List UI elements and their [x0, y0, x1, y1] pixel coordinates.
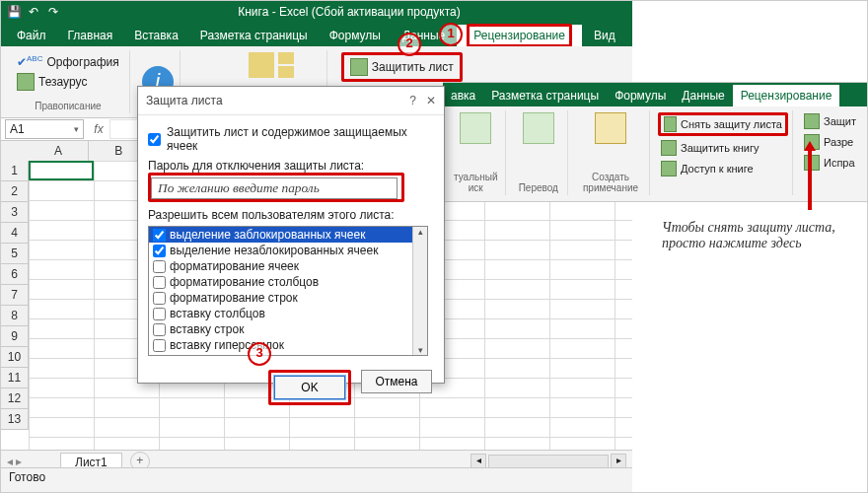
translate-icon[interactable]: [219, 52, 245, 78]
share-workbook-button[interactable]: Доступ к книге: [658, 160, 788, 177]
undo-icon[interactable]: ↶: [27, 5, 40, 19]
tab-главная[interactable]: Главная: [58, 25, 123, 46]
close-icon[interactable]: ✕: [426, 94, 436, 107]
perm-checkbox[interactable]: [153, 355, 166, 356]
active-cell[interactable]: [29, 161, 94, 180]
tab-вид[interactable]: Вид: [584, 25, 625, 46]
permissions-label: Разрешить всем пользователям этого листа…: [148, 208, 434, 222]
row-6[interactable]: 6: [1, 264, 29, 285]
group-label: Правописание: [35, 101, 101, 111]
tab2-1[interactable]: Разметка страницы: [483, 85, 607, 106]
perm-label: вставку строк: [170, 322, 244, 336]
perm-item[interactable]: вставку столбцов: [149, 306, 413, 321]
fx-icon[interactable]: fx: [88, 122, 109, 136]
perm-checkbox[interactable]: [153, 292, 166, 305]
row-8[interactable]: 8: [1, 306, 29, 326]
prev-comment-icon[interactable]: [278, 52, 294, 64]
callout-3: 3: [248, 342, 271, 366]
perm-item[interactable]: форматирование строк: [149, 290, 413, 306]
perm-item[interactable]: выделение заблокированных ячеек: [149, 227, 413, 243]
tab2-2[interactable]: Формулы: [607, 85, 674, 106]
status-bar: Готово: [1, 467, 632, 492]
cancel-button[interactable]: Отмена: [361, 370, 432, 393]
ok-button[interactable]: OK: [274, 376, 345, 399]
row-headers[interactable]: 12345678910111213: [1, 161, 29, 430]
sheet-nav[interactable]: ◂ ▸: [7, 455, 22, 468]
perm-checkbox[interactable]: [153, 260, 166, 273]
protect-workbook-button-2[interactable]: Защитить книгу: [658, 139, 788, 157]
perm-checkbox[interactable]: [153, 245, 166, 257]
tab2-0[interactable]: авка: [443, 85, 483, 106]
perm-checkbox[interactable]: [153, 229, 166, 242]
password-input[interactable]: [151, 177, 398, 199]
new-comment-icon[interactable]: [595, 112, 626, 144]
row-13[interactable]: 13: [1, 409, 29, 430]
perm-checkbox[interactable]: [153, 308, 166, 320]
chevron-down-icon[interactable]: ▾: [74, 124, 79, 134]
perm-checkbox[interactable]: [153, 339, 166, 352]
perm-label: форматирование столбцов: [170, 275, 319, 289]
row-3[interactable]: 3: [1, 202, 29, 223]
row-4[interactable]: 4: [1, 223, 29, 244]
perm-item[interactable]: вставку строк: [149, 321, 413, 337]
row-5[interactable]: 5: [1, 244, 29, 264]
row-2[interactable]: 2: [1, 181, 29, 202]
tab-формулы[interactable]: Формулы: [320, 25, 391, 46]
tab-вставка[interactable]: Вставка: [124, 25, 188, 46]
perm-label: форматирование строк: [170, 291, 298, 305]
tab2-3[interactable]: Данные: [674, 85, 732, 106]
select-all-corner[interactable]: [1, 141, 30, 162]
perm-item[interactable]: удаление столбцов: [149, 353, 413, 355]
next-comment-icon[interactable]: [278, 66, 294, 78]
dialog-title: Защита листа: [146, 94, 223, 107]
row-12[interactable]: 12: [1, 388, 29, 409]
protect-sheet-button[interactable]: Защитить лист: [341, 52, 463, 82]
protect-share-button[interactable]: Защит: [801, 112, 859, 130]
smart-lookup-icon[interactable]: [460, 112, 491, 144]
row-11[interactable]: 11: [1, 368, 29, 388]
unprotect-sheet-icon: [664, 116, 677, 132]
list-scrollbar[interactable]: [412, 227, 427, 355]
perm-item[interactable]: форматирование столбцов: [149, 274, 413, 290]
translate-icon[interactable]: [523, 112, 554, 144]
annotation-arrow: [802, 141, 818, 210]
group-insights-2: туальный иск: [447, 110, 506, 195]
perm-item[interactable]: форматирование ячеек: [149, 258, 413, 274]
thesaurus-button[interactable]: Тезаурус: [13, 71, 123, 93]
book-icon: [17, 73, 35, 91]
tab-рецензирование[interactable]: Рецензирование: [457, 25, 582, 46]
unprotect-sheet-button[interactable]: Снять защиту листа: [658, 112, 788, 136]
ribbon-tabs-2: авкаРазметка страницыФормулыДанныеРеценз…: [443, 83, 867, 106]
protect-sheet-icon: [350, 58, 368, 76]
lock-icon: [804, 113, 820, 129]
new-comment-icon[interactable]: [249, 52, 274, 78]
protect-contents-checkbox[interactable]: Защитить лист и содержимое защищаемых яч…: [148, 125, 434, 153]
protect-sheet-dialog: Защита листа ? ✕ Защитить лист и содержи…: [137, 86, 445, 384]
name-box[interactable]: A1▾: [5, 119, 84, 139]
perm-checkbox[interactable]: [153, 276, 166, 289]
perm-checkbox[interactable]: [153, 323, 166, 336]
row-9[interactable]: 9: [1, 326, 29, 347]
row-10[interactable]: 10: [1, 347, 29, 368]
col-A[interactable]: A: [29, 141, 89, 162]
row-7[interactable]: 7: [1, 285, 29, 306]
tab-разметка страницы[interactable]: Разметка страницы: [190, 25, 318, 46]
ribbon-tabs: ФайлГлавнаяВставкаРазметка страницыФорму…: [1, 23, 632, 46]
save-icon[interactable]: 💾: [7, 5, 21, 19]
tab2-4[interactable]: Рецензирование: [733, 85, 840, 106]
quick-access-toolbar: 💾 ↶ ↷: [1, 5, 66, 19]
callout-2: 2: [398, 33, 421, 56]
title-bar: 💾 ↶ ↷ Книга - Excel (Сбой активации прод…: [1, 1, 632, 23]
spelling-button[interactable]: ✔ABC Орфография: [13, 52, 123, 71]
tab-файл[interactable]: Файл: [7, 25, 56, 46]
perm-item[interactable]: вставку гиперссылок: [149, 337, 413, 353]
redo-icon[interactable]: ↷: [46, 5, 60, 19]
permissions-list[interactable]: выделение заблокированных ячееквыделение…: [148, 226, 428, 356]
protect-contents-input[interactable]: [148, 133, 161, 146]
perm-label: вставку столбцов: [170, 307, 265, 320]
help-icon[interactable]: ?: [409, 94, 416, 107]
scroll-track[interactable]: [488, 455, 609, 468]
perm-item[interactable]: выделение незаблокированных ячеек: [149, 243, 413, 258]
password-label: Пароль для отключения защиты листа:: [148, 159, 434, 173]
row-1[interactable]: 1: [1, 161, 29, 181]
